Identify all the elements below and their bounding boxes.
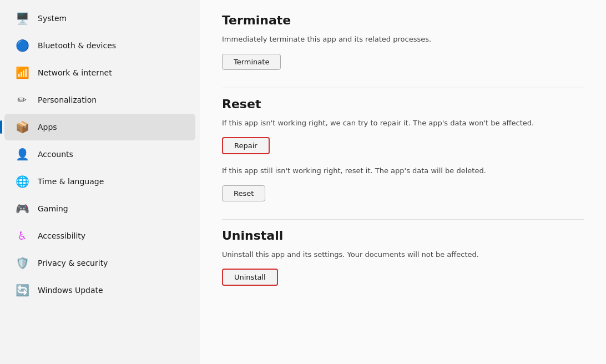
apps-icon: 📦 [16,120,29,134]
sidebar-item-label: System [38,14,67,23]
section-divider-2 [222,219,584,220]
uninstall-title: Uninstall [222,229,584,242]
network-icon: 📶 [16,66,29,79]
privacy-icon: 🛡️ [16,256,29,270]
sidebar-item-network[interactable]: 📶 Network & internet [4,59,195,86]
sidebar-item-label: Network & internet [38,68,112,77]
sidebar-item-label: Accounts [38,150,73,159]
sidebar-item-bluetooth[interactable]: 🔵 Bluetooth & devices [4,32,195,59]
reset-button[interactable]: Reset [222,185,265,201]
sidebar-item-label: Time & language [38,177,104,186]
reset-title: Reset [222,97,584,111]
sidebar-item-label: Bluetooth & devices [38,41,116,50]
time-icon: 🌐 [16,175,29,188]
sidebar-item-privacy[interactable]: 🛡️ Privacy & security [4,250,195,276]
update-icon: 🔄 [16,284,29,297]
sidebar-item-apps[interactable]: 📦 Apps [4,114,195,140]
system-icon: 🖥️ [16,12,29,25]
sidebar: 🖥️ System 🔵 Bluetooth & devices 📶 Networ… [0,0,200,364]
sidebar-item-time[interactable]: 🌐 Time & language [4,168,195,195]
main-content: Terminate Immediately terminate this app… [200,0,606,364]
sidebar-item-accessibility[interactable]: ♿ Accessibility [4,223,195,249]
reset-section: Reset If this app isn't working right, w… [222,97,584,201]
sidebar-item-system[interactable]: 🖥️ System [4,5,195,32]
repair-description: If this app isn't working right, we can … [222,118,584,129]
accessibility-icon: ♿ [16,229,29,242]
bluetooth-icon: 🔵 [16,39,29,52]
uninstall-description: Uninstall this app and its settings. You… [222,249,584,260]
uninstall-section: Uninstall Uninstall this app and its set… [222,229,584,286]
terminate-description: Immediately terminate this app and its r… [222,34,584,45]
sidebar-item-label: Privacy & security [38,259,108,267]
sidebar-item-label: Apps [38,123,57,132]
reset-description: If this app still isn't working right, r… [222,165,584,176]
personalization-icon: ✏️ [16,93,29,107]
sidebar-item-label: Accessibility [38,231,85,240]
sidebar-item-label: Gaming [38,204,68,213]
gaming-icon: 🎮 [16,202,29,215]
terminate-button[interactable]: Terminate [222,54,281,70]
terminate-section: Terminate Immediately terminate this app… [222,13,584,70]
sidebar-item-accounts[interactable]: 👤 Accounts [4,141,195,168]
terminate-title: Terminate [222,13,584,27]
uninstall-button[interactable]: Uninstall [222,269,278,286]
sidebar-item-gaming[interactable]: 🎮 Gaming [4,195,195,222]
section-divider [222,88,584,88]
sidebar-item-label: Windows Update [38,286,103,295]
accounts-icon: 👤 [16,148,29,161]
sidebar-item-label: Personalization [38,95,97,104]
repair-button[interactable]: Repair [222,137,270,154]
sidebar-item-personalization[interactable]: ✏️ Personalization [4,87,195,113]
sidebar-item-update[interactable]: 🔄 Windows Update [4,277,195,304]
